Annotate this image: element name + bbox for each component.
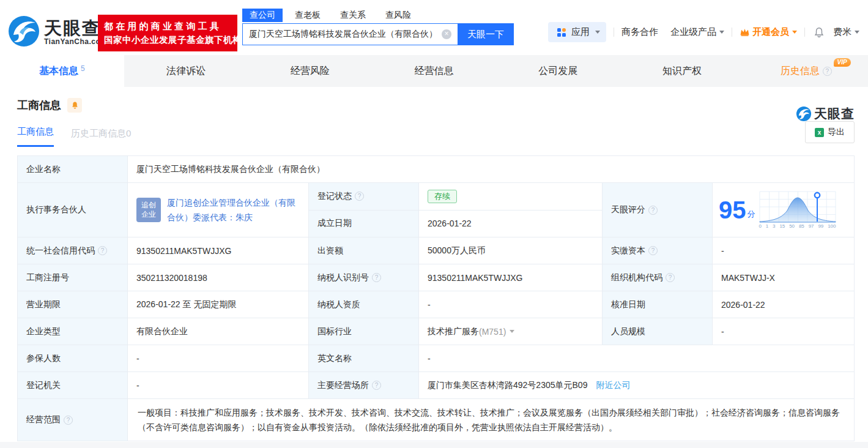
chevron-down-icon	[510, 330, 514, 333]
table-row: 登记机关 - 主要经营场所 厦门市集美区杏林湾路492号2305单元B09 附近…	[18, 372, 854, 399]
help-icon[interactable]	[372, 381, 381, 390]
taxpayer-quality-value: -	[419, 291, 603, 318]
export-label: 导出	[828, 127, 845, 138]
search-input[interactable]	[242, 23, 458, 45]
search-tabs: 查公司 查老板 查关系 查风险	[242, 9, 517, 22]
nav-user-menu[interactable]: 费米	[833, 26, 859, 38]
help-icon[interactable]	[648, 206, 658, 215]
insured-count-value: -	[128, 345, 309, 371]
subtab-business-info[interactable]: 工商信息	[17, 126, 54, 147]
help-icon[interactable]	[648, 246, 658, 255]
nearby-companies-link[interactable]: 附近公司	[596, 380, 630, 391]
page-bottom-strip	[0, 442, 868, 448]
crown-icon	[740, 28, 750, 37]
field-label: 纳税人识别号	[309, 264, 419, 291]
export-button[interactable]: 导出	[805, 121, 855, 143]
table-row: 企业类型 有限合伙企业 国标行业 技术推广服务 (M751) 人员规模 -	[18, 318, 854, 345]
clear-search-icon[interactable]	[442, 29, 451, 39]
search-tab-relation[interactable]: 查关系	[333, 9, 373, 22]
apps-grid-icon	[557, 28, 566, 37]
business-scope-value: 一般项目：科技推广和应用服务；技术服务、技术开发、技术咨询、技术交流、技术转让、…	[128, 399, 854, 441]
tab-label: 经营风险	[291, 65, 330, 78]
table-row: 参保人数 - 英文名称 -	[18, 345, 854, 372]
field-label: 组织机构代码	[603, 264, 713, 291]
help-icon[interactable]	[823, 67, 832, 76]
subscribe-bell-icon[interactable]	[67, 98, 82, 113]
field-label: 参保人数	[18, 345, 128, 371]
help-icon[interactable]	[98, 246, 107, 255]
table-row: 执行事务合伙人 追创 企业 厦门追创企业管理合伙企业（有限合伙）委派代表：朱庆 …	[18, 183, 854, 237]
industry-value[interactable]: 技术推广服务 (M751)	[419, 318, 603, 345]
taxpayer-id-value: 91350211MAK5TWJJXG	[419, 264, 603, 291]
field-label: 纳税人资质	[309, 291, 419, 318]
slogan-line2: 国家中小企业发展子基金旗下机构	[104, 33, 231, 47]
help-icon[interactable]	[64, 416, 73, 425]
help-icon[interactable]	[372, 273, 381, 282]
field-label: 统一社会信用代码	[18, 237, 128, 264]
nav-open-vip[interactable]: 开通会员	[740, 26, 797, 38]
divider	[732, 28, 732, 37]
excel-icon	[815, 128, 824, 137]
vip-badge: VIP	[834, 58, 851, 67]
chevron-down-icon	[595, 31, 600, 34]
nav-cooperation[interactable]: 商务合作	[621, 26, 658, 38]
field-label: 登记机关	[18, 372, 128, 398]
field-label: 英文名称	[309, 345, 419, 371]
tab-operation-info[interactable]: 经营信息	[372, 55, 496, 87]
tab-label: 历史信息	[781, 65, 820, 78]
executive-partner-cell: 追创 企业 厦门追创企业管理合伙企业（有限合伙）委派代表：朱庆	[128, 183, 309, 237]
field-label: 营业期限	[18, 291, 128, 318]
executive-partner-link[interactable]: 厦门追创企业管理合伙企业（有限合伙）委派代表：朱庆	[167, 195, 300, 225]
tab-basic-info[interactable]: 基本信息 5	[0, 55, 124, 87]
apps-menu[interactable]: 应用	[548, 22, 606, 42]
business-address-cell: 厦门市集美区杏林湾路492号2305单元B09 附近公司	[419, 372, 854, 398]
tianyancha-swirl-icon	[796, 106, 812, 122]
field-label: 天眼评分	[603, 183, 713, 237]
search-tab-boss[interactable]: 查老板	[287, 9, 328, 22]
reg-status-cell: 存续	[419, 183, 602, 210]
business-address-value: 厦门市集美区杏林湾路492号2305单元B09	[428, 380, 587, 391]
field-label: 核准日期	[603, 291, 713, 318]
chevron-down-icon	[719, 31, 724, 34]
top-nav: 应用 商务合作 企业级产品 开通会员 费米	[548, 22, 859, 42]
tab-operation-risk[interactable]: 经营风险	[248, 55, 372, 87]
field-label: 工商注册号	[18, 264, 128, 291]
table-row: 营业期限 2026-01-22 至 无固定期限 纳税人资质 - 核准日期 202…	[18, 291, 854, 318]
tianyancha-watermark: 天眼查	[796, 105, 855, 122]
tab-label: 基本信息	[39, 65, 78, 78]
field-label: 实缴资本	[603, 237, 713, 264]
subtab-row: 工商信息 历史工商信息0 导出	[17, 126, 855, 147]
avatar[interactable]: 追创 企业	[136, 198, 161, 222]
search-tab-company[interactable]: 查公司	[242, 9, 283, 22]
tianyancha-logo[interactable]: 天眼查 TianYanCha.com	[7, 15, 107, 50]
english-name-value: -	[419, 345, 854, 371]
status-badge: 存续	[428, 190, 457, 203]
notification-bell-icon[interactable]	[814, 26, 825, 38]
tab-label: 知识产权	[662, 65, 702, 78]
company-tab-bar: 基本信息 5 法律诉讼 经营风险 经营信息 公司发展 知识产权 VIP 历史信息	[0, 55, 868, 87]
tab-legal-litigation[interactable]: 法律诉讼	[124, 55, 248, 87]
field-label: 执行事务合伙人	[18, 183, 128, 237]
tab-history-info[interactable]: VIP 历史信息	[744, 55, 868, 87]
search-button[interactable]: 天眼一下	[458, 23, 514, 45]
search-area: 查公司 查老板 查关系 查风险 天眼一下	[242, 9, 517, 45]
score-cell: 95 分	[713, 183, 854, 237]
org-code-value: MAK5TWJJ-X	[713, 264, 854, 291]
tab-intellectual-property[interactable]: 知识产权	[620, 55, 744, 87]
paid-capital-value: -	[713, 237, 854, 264]
credit-code-value: 91350211MAK5TWJJXG	[128, 237, 309, 264]
help-icon[interactable]	[666, 273, 675, 282]
subtab-history-business-info[interactable]: 历史工商信息0	[71, 128, 131, 147]
field-label: 主要经营场所	[309, 372, 419, 398]
help-icon[interactable]	[355, 192, 364, 201]
tab-company-development[interactable]: 公司发展	[496, 55, 620, 87]
score-axis-labels: 01 315 5085 9799 100	[759, 223, 836, 229]
field-label: 企业类型	[18, 318, 128, 345]
industry-code: (M751)	[479, 327, 506, 337]
search-tab-risk[interactable]: 查风险	[378, 9, 418, 22]
table-row: 统一社会信用代码 91350211MAK5TWJJXG 出资额 50000万人民…	[18, 237, 854, 264]
field-label: 企业名称	[18, 156, 128, 182]
capital-value: 50000万人民币	[419, 237, 603, 264]
nav-enterprise-products[interactable]: 企业级产品	[670, 26, 724, 38]
score-unit: 分	[747, 209, 755, 220]
